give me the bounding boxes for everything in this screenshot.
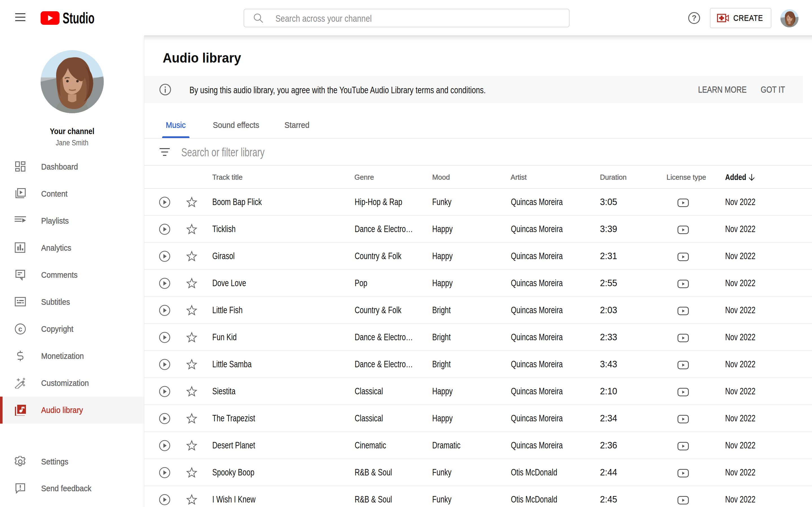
svg-text:?: ? xyxy=(692,14,697,22)
svg-text:c: c xyxy=(18,325,22,333)
